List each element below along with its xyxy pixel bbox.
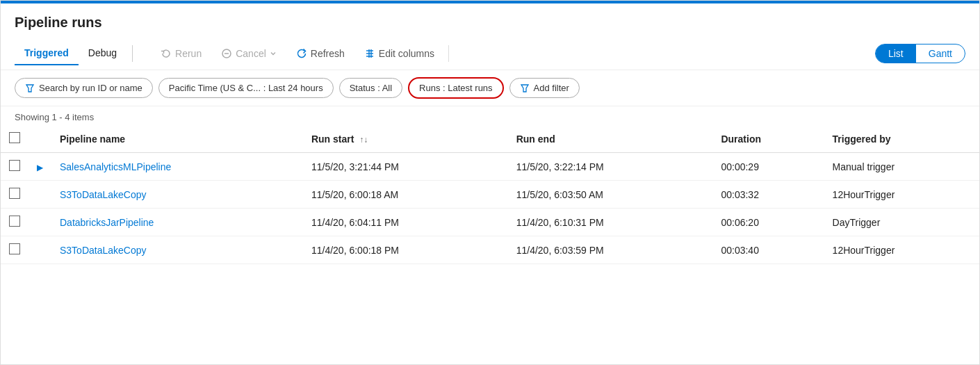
row-expand-cell: ▶	[28, 153, 51, 181]
cancel-icon	[221, 48, 232, 59]
row-checkbox[interactable]	[9, 188, 20, 199]
th-run-start[interactable]: Run start ↑↓	[303, 125, 508, 153]
edit-columns-button[interactable]: Edit columns	[356, 44, 443, 63]
row-run-start: 11/4/20, 6:00:18 PM	[303, 236, 508, 264]
toolbar-actions: Rerun Cancel Refresh	[152, 44, 965, 63]
tab-divider	[132, 45, 133, 62]
table-row: DatabricksJarPipeline 11/4/20, 6:04:11 P…	[1, 209, 979, 236]
expand-arrow[interactable]: ▶	[37, 163, 43, 172]
runs-filter-label: Runs : Latest runs	[419, 83, 493, 93]
status-filter[interactable]: Status : All	[339, 78, 402, 98]
row-triggered-by: DayTrigger	[824, 209, 979, 236]
row-run-start: 11/4/20, 6:04:11 PM	[303, 209, 508, 236]
status-filter-label: Status : All	[350, 83, 392, 93]
columns-icon	[364, 48, 375, 59]
toolbar-sep	[448, 45, 449, 62]
row-run-end: 11/4/20, 6:03:59 PM	[508, 236, 713, 264]
svg-marker-7	[26, 85, 33, 92]
svg-marker-8	[521, 85, 528, 92]
row-checkbox[interactable]	[9, 216, 20, 227]
row-run-end: 11/5/20, 6:03:50 AM	[508, 181, 713, 209]
th-duration: Duration	[712, 125, 824, 153]
view-gantt-button[interactable]: Gantt	[916, 44, 965, 63]
row-checkbox-cell	[1, 181, 28, 209]
tab-group: Triggered Debug	[15, 42, 138, 65]
row-pipeline-name: S3ToDataLakeCopy	[51, 181, 303, 209]
row-expand-cell	[28, 236, 51, 264]
sort-icon: ↑↓	[359, 135, 368, 145]
row-duration: 00:03:40	[712, 236, 824, 264]
select-all-checkbox[interactable]	[9, 132, 20, 143]
page-container: Pipeline runs Triggered Debug Rerun	[0, 0, 980, 365]
row-pipeline-name: S3ToDataLakeCopy	[51, 236, 303, 264]
rerun-label: Rerun	[175, 48, 202, 59]
view-toggle: List Gantt	[875, 44, 965, 63]
items-count: Showing 1 - 4 items	[1, 106, 979, 125]
add-filter-icon	[520, 83, 530, 93]
row-run-end: 11/5/20, 3:22:14 PM	[508, 153, 713, 181]
filter-search-icon	[25, 83, 35, 93]
row-run-end: 11/4/20, 6:10:31 PM	[508, 209, 713, 236]
rerun-icon	[161, 48, 172, 59]
table-row: S3ToDataLakeCopy 11/5/20, 6:00:18 AM 11/…	[1, 181, 979, 209]
cancel-button[interactable]: Cancel	[213, 44, 285, 63]
row-pipeline-name: DatabricksJarPipeline	[51, 209, 303, 236]
pipeline-link[interactable]: DatabricksJarPipeline	[60, 217, 154, 228]
tab-debug[interactable]: Debug	[79, 42, 126, 65]
row-triggered-by: 12HourTrigger	[824, 236, 979, 264]
th-checkbox	[1, 125, 28, 153]
tab-triggered[interactable]: Triggered	[15, 42, 79, 65]
row-duration: 00:06:20	[712, 209, 824, 236]
row-expand-cell	[28, 209, 51, 236]
row-pipeline-name: SalesAnalyticsMLPipeline	[51, 153, 303, 181]
add-filter-button[interactable]: Add filter	[509, 78, 580, 98]
pipeline-runs-table: Pipeline name Run start ↑↓ Run end Durat…	[1, 125, 979, 264]
row-triggered-by: 12HourTrigger	[824, 181, 979, 209]
row-run-start: 11/5/20, 6:00:18 AM	[303, 181, 508, 209]
row-duration: 00:00:29	[712, 153, 824, 181]
search-filter[interactable]: Search by run ID or name	[15, 78, 153, 98]
add-filter-label: Add filter	[534, 83, 569, 93]
page-title: Pipeline runs	[1, 3, 979, 38]
pipeline-link[interactable]: S3ToDataLakeCopy	[60, 245, 147, 256]
row-triggered-by: Manual trigger	[824, 153, 979, 181]
th-pipeline-name: Pipeline name	[51, 125, 303, 153]
time-filter[interactable]: Pacific Time (US & C... : Last 24 hours	[158, 78, 334, 98]
runs-filter[interactable]: Runs : Latest runs	[408, 77, 504, 99]
th-triggered-by: Triggered by	[824, 125, 979, 153]
th-expand	[28, 125, 51, 153]
refresh-label: Refresh	[311, 48, 345, 59]
refresh-button[interactable]: Refresh	[288, 44, 353, 63]
th-run-end: Run end	[508, 125, 713, 153]
refresh-icon	[296, 48, 307, 59]
row-checkbox[interactable]	[9, 243, 20, 254]
pipeline-link[interactable]: SalesAnalyticsMLPipeline	[60, 161, 171, 172]
row-checkbox-cell	[1, 209, 28, 236]
row-run-start: 11/5/20, 3:21:44 PM	[303, 153, 508, 181]
table-row: S3ToDataLakeCopy 11/4/20, 6:00:18 PM 11/…	[1, 236, 979, 264]
row-duration: 00:03:32	[712, 181, 824, 209]
table-row: ▶ SalesAnalyticsMLPipeline 11/5/20, 3:21…	[1, 153, 979, 181]
filter-bar: Search by run ID or name Pacific Time (U…	[1, 70, 979, 106]
toolbar: Triggered Debug Rerun Cancel	[1, 38, 979, 70]
row-checkbox-cell	[1, 236, 28, 264]
edit-columns-label: Edit columns	[379, 48, 434, 59]
row-checkbox[interactable]	[9, 160, 20, 171]
search-placeholder: Search by run ID or name	[39, 83, 142, 93]
row-expand-cell	[28, 181, 51, 209]
row-checkbox-cell	[1, 153, 28, 181]
rerun-button[interactable]: Rerun	[152, 44, 210, 63]
cancel-dropdown-icon	[270, 50, 277, 57]
view-list-button[interactable]: List	[876, 44, 916, 63]
pipeline-link[interactable]: S3ToDataLakeCopy	[60, 189, 147, 200]
cancel-label: Cancel	[236, 48, 266, 59]
time-filter-label: Pacific Time (US & C... : Last 24 hours	[169, 83, 323, 93]
